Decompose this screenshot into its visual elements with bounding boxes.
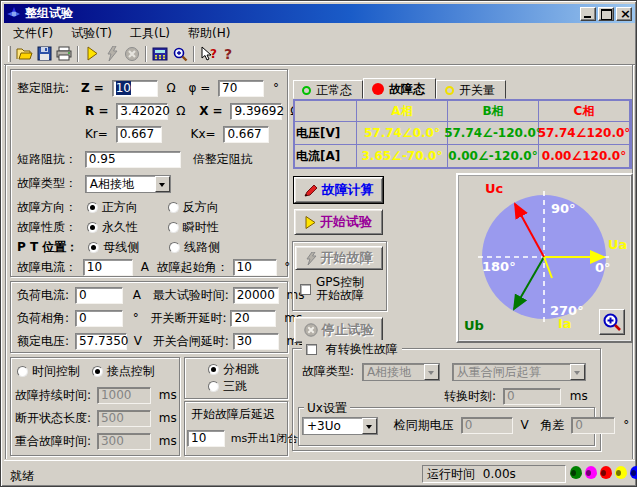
maximize-button[interactable] [598,7,614,21]
phase-table: A相 B相 C相 电压[V] 57.74∠0.0° 57.74∠-120.0° … [293,99,632,169]
menu-bar: 文件(F) 试验(T) 工具(L) 帮助(H) [4,24,635,43]
delay-after-fault-input[interactable]: 10 [187,430,225,447]
fault-start-angle-unit: ° [284,260,290,274]
ux-select[interactable]: +3Uo [302,417,378,435]
voltage-a-cell: 57.74∠0.0° [357,122,447,144]
state-tabs: 正常态 故障态 开关量 [293,78,506,99]
magnifier-icon[interactable] [170,44,190,63]
tab-switch-state[interactable]: 开关量 [436,80,506,99]
close-button[interactable] [616,7,632,21]
chevron-down-icon[interactable] [155,176,170,192]
phi-label: φ = [188,81,210,95]
pt-line-radio[interactable] [169,242,180,253]
r-input[interactable]: 3.42020 [116,103,168,120]
start-test-button[interactable]: 开始试验 [294,209,383,235]
direction-forward-radio[interactable] [87,202,98,213]
kx-input[interactable]: 0.667 [223,126,269,143]
direction-reverse-label: 反方向 [183,200,219,214]
col-header-phase-b: B相 [448,101,538,121]
stop-test-icon[interactable] [122,44,142,63]
nature-permanent-radio[interactable] [87,222,98,233]
short-impedance-input[interactable]: 0.95 [85,151,181,168]
title-bar: 整组试验 [4,4,635,23]
contact-control-radio[interactable] [92,366,103,377]
reclose-fault-input: 300 [97,433,151,450]
tab-normal-label: 正常态 [316,82,352,99]
max-test-time-label: 最大试验时间: [153,288,229,302]
fault-current-input[interactable]: 10 [83,259,133,276]
angle-diff-unit: ° [623,418,629,432]
time-control-radio[interactable] [17,366,28,377]
tab-switch-label: 开关量 [459,82,495,99]
chevron-down-icon[interactable] [362,418,377,434]
deg180-label: 180° [482,259,516,274]
gps-control-checkbox[interactable] [300,284,311,295]
menu-tools[interactable]: 工具(L) [121,23,179,44]
tab-normal-state[interactable]: 正常态 [293,80,363,99]
phi-unit: ° [273,81,279,95]
fault-type-select[interactable]: A相接地 [85,175,171,193]
row-header-current: 电流[A] [295,145,356,167]
green-circle-icon [302,86,311,95]
load-angle-label: 负荷相角: [17,311,69,325]
load-current-input[interactable]: 0 [75,287,123,304]
tab-fault-state[interactable]: 故障态 [363,78,436,99]
x-input[interactable]: 9.39692 [230,103,282,120]
run-test-icon[interactable] [82,44,102,63]
direction-reverse-radio[interactable] [168,202,179,213]
phase-trip-radio[interactable] [208,364,219,375]
ub-vector-label: Ub [464,318,484,333]
fault-current-label: 故障电流： [17,260,77,274]
pt-bus-radio[interactable] [88,242,99,253]
deg90-label: 90° [551,201,576,216]
rated-voltage-input[interactable]: 57.7350 [75,333,127,350]
green-led-icon [570,466,582,479]
nature-transient-radio[interactable] [168,222,179,233]
start-fault-icon[interactable] [102,44,122,63]
open-icon[interactable] [14,44,34,63]
switch-close-delay-input[interactable]: 30 [233,333,279,350]
z-input[interactable]: 10 [112,80,158,97]
time-control-label: 时间控制 [32,364,80,378]
reclose-fault-label: 重合故障时间: [15,434,91,448]
phi-input[interactable]: 70 [218,80,264,97]
three-trip-radio[interactable] [208,381,219,392]
fault-start-angle-input[interactable]: 10 [233,259,277,276]
chevron-down-icon [424,364,439,380]
menu-test[interactable]: 试验(T) [62,23,121,44]
context-help-icon[interactable]: ? [198,44,218,63]
short-impedance-suffix: 倍整定阻抗 [193,152,253,166]
max-test-time-input[interactable]: 20000 [233,287,279,304]
fault-direction-label: 故障方向： [17,200,77,214]
print-icon[interactable] [54,44,74,63]
table-corner-cell [295,101,356,121]
z-unit: Ω [166,81,175,95]
help-icon[interactable]: ? [218,44,238,63]
sync-voltage-label: 检同期电压 [394,418,454,432]
nature-permanent-label: 永久性 [102,220,138,234]
gps-control-label: GPS控制开始故障 [316,276,364,302]
save-icon[interactable] [34,44,54,63]
load-angle-input[interactable]: 0 [75,310,123,327]
app-window: 整组试验 文件(F) 试验(T) 工具(L) 帮助(H) ? ? 整定阻抗: Z… [0,0,637,487]
status-text: 就绪 [10,468,34,485]
phasor-zoom-button[interactable] [599,309,625,335]
convert-moment-input: 0 [503,388,561,405]
menu-file[interactable]: 文件(F) [4,23,62,44]
app-icon [7,7,21,21]
convertible-fault-checkbox[interactable] [306,344,317,355]
kr-input[interactable]: 0.667 [116,126,162,143]
short-impedance-label: 短路阻抗： [17,152,77,166]
open-state-label: 断开状态长度: [15,411,91,425]
uc-vector-label: Uc [485,181,503,196]
calculator-icon[interactable] [150,44,170,63]
deg0-label: 0° [595,260,611,275]
count-from-select: 从重合闸后起算 [452,363,586,381]
switch-open-delay-input[interactable]: 20 [230,310,276,327]
fault-calc-button[interactable]: 故障计算 [294,177,383,203]
minimize-button[interactable] [580,7,596,21]
menu-help[interactable]: 帮助(H) [179,23,239,44]
toolbar-separator [145,46,147,62]
fault-type-label: 故障类型： [17,176,77,190]
start-fault-button[interactable]: 开始故障 [295,246,383,270]
